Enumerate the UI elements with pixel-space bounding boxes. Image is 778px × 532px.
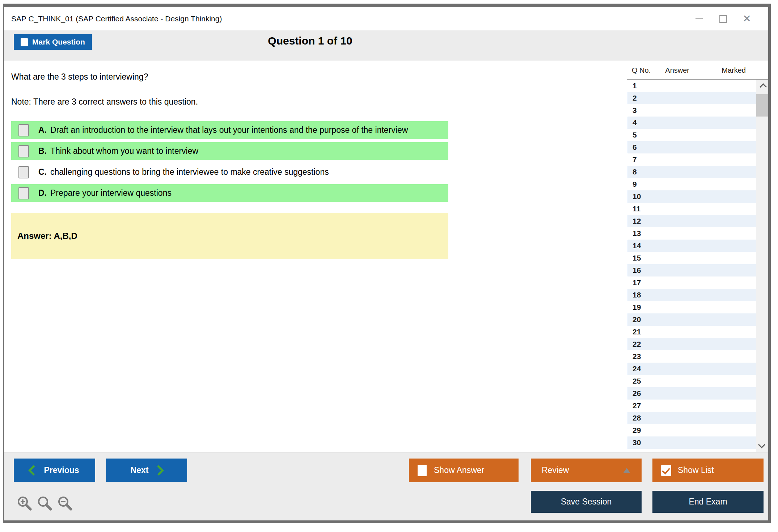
qlist-row[interactable]: 11 bbox=[627, 203, 756, 215]
qlist-row[interactable]: 9 bbox=[627, 178, 756, 190]
review-dropdown-button[interactable]: Review bbox=[531, 459, 642, 482]
question-list-scrollbar[interactable] bbox=[756, 80, 768, 452]
qlist-row[interactable]: 25 bbox=[627, 375, 756, 387]
maximize-icon bbox=[719, 15, 727, 23]
qlist-row[interactable]: 2 bbox=[627, 92, 756, 104]
option-row-a[interactable]: A. Draft an introduction to the intervie… bbox=[11, 121, 448, 139]
qlist-row-number: 25 bbox=[633, 377, 641, 385]
column-header-answer: Answer bbox=[665, 66, 722, 75]
show-answer-label: Show Answer bbox=[434, 465, 484, 475]
qlist-row-number: 2 bbox=[633, 94, 637, 102]
qlist-row[interactable]: 1 bbox=[627, 80, 756, 92]
qlist-row[interactable]: 14 bbox=[627, 240, 756, 252]
qlist-row[interactable]: 12 bbox=[627, 215, 756, 227]
close-icon: ✕ bbox=[743, 14, 751, 24]
question-counter: Question 1 of 10 bbox=[4, 35, 616, 47]
show-answer-checkbox[interactable] bbox=[418, 465, 427, 476]
qlist-row[interactable]: 6 bbox=[627, 141, 756, 153]
qlist-row[interactable]: 8 bbox=[627, 166, 756, 178]
qlist-row[interactable]: 27 bbox=[627, 400, 756, 412]
qlist-rows: 1234567891011121314151617181920212223242… bbox=[627, 80, 756, 449]
exam-window: SAP C_THINK_01 (SAP Certified Associate … bbox=[3, 4, 771, 523]
question-note: Note: There are 3 correct answers to thi… bbox=[11, 97, 627, 107]
chevron-down-icon bbox=[758, 441, 765, 448]
scrollbar-thumb[interactable] bbox=[756, 94, 768, 117]
qlist-row[interactable]: 21 bbox=[627, 326, 756, 338]
previous-button[interactable]: Previous bbox=[14, 459, 95, 482]
triangle-up-icon bbox=[623, 468, 630, 473]
answer-reveal-box: Answer: A,B,D bbox=[11, 213, 448, 259]
option-d-checkbox[interactable] bbox=[18, 187, 29, 199]
option-a-checkbox[interactable] bbox=[18, 124, 29, 136]
qlist-row-number: 29 bbox=[633, 426, 641, 435]
scroll-up-button[interactable] bbox=[756, 80, 768, 93]
qlist-row[interactable]: 13 bbox=[627, 227, 756, 240]
exam-header: Mark Question Question 1 of 10 bbox=[4, 30, 768, 61]
maximize-button[interactable] bbox=[711, 11, 735, 27]
option-b-letter: B. bbox=[38, 146, 47, 156]
qlist-row[interactable]: 4 bbox=[627, 117, 756, 129]
qlist-row-number: 22 bbox=[633, 340, 641, 349]
minimize-button[interactable] bbox=[687, 11, 711, 27]
qlist-row[interactable]: 30 bbox=[627, 436, 756, 449]
qlist-row[interactable]: 24 bbox=[627, 363, 756, 375]
option-row-d[interactable]: D. Prepare your interview questions bbox=[11, 184, 448, 202]
qlist-row-number: 11 bbox=[633, 204, 640, 213]
chevron-up-icon bbox=[760, 83, 767, 90]
qlist-row[interactable]: 7 bbox=[627, 153, 756, 166]
zoom-out-icon[interactable] bbox=[57, 495, 73, 512]
show-list-label: Show List bbox=[678, 465, 714, 475]
qlist-row-number: 9 bbox=[633, 180, 637, 189]
qlist-row[interactable]: 23 bbox=[627, 350, 756, 363]
show-list-button[interactable]: Show List bbox=[652, 459, 764, 482]
qlist-row[interactable]: 19 bbox=[627, 301, 756, 313]
qlist-row-number: 16 bbox=[633, 266, 641, 275]
option-d-letter: D. bbox=[38, 188, 47, 198]
qlist-row-number: 30 bbox=[633, 438, 641, 447]
qlist-row[interactable]: 15 bbox=[627, 252, 756, 264]
option-row-b[interactable]: B. Think about whom you want to intervie… bbox=[11, 142, 448, 160]
save-session-button[interactable]: Save Session bbox=[531, 491, 642, 513]
zoom-toolbar bbox=[16, 495, 73, 512]
option-c-checkbox[interactable] bbox=[18, 166, 29, 178]
show-list-checkbox[interactable] bbox=[661, 465, 671, 476]
qlist-row[interactable]: 28 bbox=[627, 412, 756, 424]
zoom-in-icon[interactable] bbox=[16, 495, 33, 512]
qlist-row[interactable]: 18 bbox=[627, 289, 756, 301]
qlist-row[interactable]: 3 bbox=[627, 104, 756, 117]
qlist-row-number: 3 bbox=[633, 106, 637, 115]
qlist-row[interactable]: 29 bbox=[627, 424, 756, 436]
qlist-row[interactable]: 20 bbox=[627, 313, 756, 326]
qlist-row-number: 5 bbox=[633, 131, 637, 139]
qlist-row[interactable]: 16 bbox=[627, 264, 756, 276]
review-label: Review bbox=[542, 465, 569, 475]
qlist-row-number: 7 bbox=[633, 155, 637, 164]
question-list-header: Q No. Answer Marked bbox=[627, 61, 768, 80]
qlist-row[interactable]: 22 bbox=[627, 338, 756, 350]
qlist-row[interactable]: 17 bbox=[627, 276, 756, 289]
show-answer-button[interactable]: Show Answer bbox=[409, 459, 519, 482]
question-list-panel: Q No. Answer Marked 12345678910111213141… bbox=[627, 61, 768, 452]
option-row-c[interactable]: C. challenging questions to bring the in… bbox=[11, 163, 448, 181]
qlist-row[interactable]: 5 bbox=[627, 129, 756, 141]
end-exam-button[interactable]: End Exam bbox=[652, 491, 764, 513]
qlist-row[interactable]: 26 bbox=[627, 387, 756, 400]
end-exam-label: End Exam bbox=[689, 497, 727, 507]
answer-text: Answer: A,B,D bbox=[11, 231, 77, 241]
qlist-row-number: 12 bbox=[633, 217, 641, 225]
option-a-text: Draft an introduction to the interview t… bbox=[50, 125, 408, 135]
next-label: Next bbox=[131, 465, 149, 475]
qlist-row-number: 1 bbox=[633, 81, 637, 90]
qlist-row-number: 8 bbox=[633, 168, 637, 176]
next-button[interactable]: Next bbox=[106, 459, 187, 482]
magnifier-icon[interactable] bbox=[37, 495, 53, 512]
option-b-checkbox[interactable] bbox=[18, 145, 29, 157]
qlist-row[interactable]: 10 bbox=[627, 190, 756, 203]
scroll-down-button[interactable] bbox=[756, 439, 768, 452]
qlist-row-number: 4 bbox=[633, 118, 637, 127]
chevron-left-icon bbox=[28, 465, 39, 476]
qlist-row-number: 10 bbox=[633, 192, 641, 201]
close-button[interactable]: ✕ bbox=[735, 11, 759, 27]
previous-label: Previous bbox=[44, 465, 79, 475]
window-title: SAP C_THINK_01 (SAP Certified Associate … bbox=[4, 14, 687, 23]
